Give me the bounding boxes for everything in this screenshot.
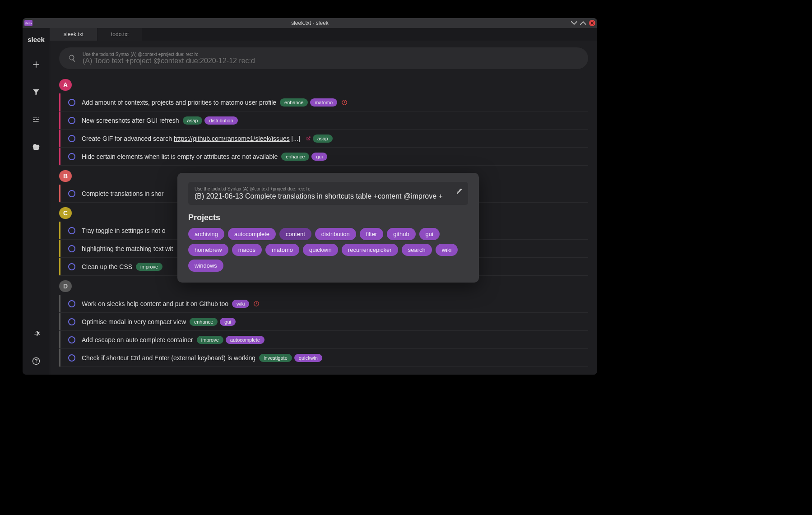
- tag-gui[interactable]: gui: [311, 153, 327, 161]
- tag-improve[interactable]: improve: [197, 336, 223, 344]
- project-chip[interactable]: matomo: [265, 244, 299, 256]
- todo-checkbox[interactable]: [68, 227, 75, 234]
- app-icon: sleek: [24, 20, 32, 26]
- todo-text: Work on sleeks help content and put it o…: [82, 300, 228, 307]
- todo-checkbox[interactable]: [68, 135, 75, 142]
- project-chip[interactable]: macos: [232, 244, 262, 256]
- window-title: sleek.txt - sleek: [23, 20, 597, 26]
- tag-matomo[interactable]: matomo: [310, 98, 337, 107]
- help-button[interactable]: [23, 347, 50, 375]
- open-file-button[interactable]: [23, 133, 50, 161]
- todo-text: Complete translations in shor: [82, 190, 163, 197]
- todo-text: Add escape on auto complete container: [82, 336, 193, 343]
- titlebar: sleek sleek.txt - sleek: [23, 18, 597, 28]
- search-hint: Use the todo.txt Syntax (A) @context +pr…: [83, 52, 579, 57]
- todo-checkbox[interactable]: [68, 318, 75, 325]
- file-tab[interactable]: sleek.txt: [50, 28, 97, 41]
- todo-row[interactable]: Check if shortcut Ctrl and Enter (extern…: [59, 349, 588, 367]
- priority-badge: C: [59, 207, 72, 219]
- todo-checkbox[interactable]: [68, 245, 75, 252]
- tag-improve[interactable]: improve: [136, 263, 162, 271]
- external-link-icon[interactable]: [306, 136, 311, 141]
- todo-checkbox[interactable]: [68, 99, 75, 106]
- project-chip[interactable]: distribution: [315, 228, 356, 240]
- minimize-button[interactable]: [571, 20, 577, 26]
- search-input[interactable]: [83, 57, 579, 65]
- project-chip[interactable]: search: [402, 244, 432, 256]
- file-tabs: sleek.txttodo.txt: [50, 28, 597, 41]
- priority-badge: A: [59, 79, 72, 91]
- todo-checkbox[interactable]: [68, 354, 75, 362]
- todo-row[interactable]: Add amount of contexts, projects and pri…: [59, 93, 588, 111]
- tag-asap[interactable]: asap: [183, 116, 203, 125]
- priority-badge: D: [59, 280, 72, 292]
- settings-gear-button[interactable]: [23, 320, 50, 347]
- tag-quickwin[interactable]: quickwin: [294, 354, 322, 362]
- project-chip[interactable]: archiving: [188, 228, 224, 240]
- todo-row[interactable]: Add escape on auto complete containerimp…: [59, 331, 588, 349]
- file-tab[interactable]: todo.txt: [97, 28, 143, 41]
- modal-input-container: Use the todo.txt Syntax (A) @context +pr…: [188, 182, 468, 205]
- project-chip[interactable]: homebrew: [188, 244, 228, 256]
- todo-link[interactable]: https://github.com/ransome1/sleek/issues: [174, 135, 290, 142]
- todo-text: highlighting the matching text wit: [82, 245, 173, 252]
- modal-heading: Projects: [188, 213, 468, 223]
- window-controls: [571, 20, 595, 26]
- todo-checkbox[interactable]: [68, 153, 75, 160]
- add-todo-button[interactable]: [23, 51, 50, 78]
- collapse-icon[interactable]: [456, 188, 463, 196]
- project-chip[interactable]: github: [387, 228, 415, 240]
- project-chip[interactable]: recurrencepicker: [342, 244, 398, 256]
- filter-button[interactable]: [23, 78, 50, 106]
- maximize-button[interactable]: [580, 20, 586, 26]
- tag-investigate[interactable]: investigate: [259, 354, 292, 362]
- settings-sliders-button[interactable]: [23, 106, 50, 133]
- todo-checkbox[interactable]: [68, 263, 75, 270]
- due-clock-icon: [253, 301, 260, 307]
- project-chip[interactable]: quickwin: [303, 244, 338, 256]
- project-chip[interactable]: windows: [188, 260, 223, 272]
- modal-hint: Use the todo.txt Syntax (A) @context +pr…: [195, 186, 462, 191]
- todo-checkbox[interactable]: [68, 300, 75, 307]
- tag-autocomplete[interactable]: autocomplete: [226, 336, 264, 344]
- tag-enhance[interactable]: enhance: [190, 318, 218, 326]
- todo-text: Create GIF for advanced search https://g…: [82, 135, 300, 142]
- todo-checkbox[interactable]: [68, 190, 75, 197]
- todo-row[interactable]: New screenshots after GUI refreshasapdis…: [59, 111, 588, 130]
- app-window: sleek sleek.txt - sleek sleek sleek.txtt…: [23, 18, 597, 375]
- svg-point-1: [36, 362, 37, 363]
- tag-enhance[interactable]: enhance: [280, 98, 308, 107]
- todo-text: Optimise modal in very compact view: [82, 318, 186, 325]
- modal-todo-input[interactable]: [195, 192, 462, 200]
- search-icon: [68, 54, 76, 62]
- priority-badge: B: [59, 170, 72, 182]
- search-bar[interactable]: Use the todo.txt Syntax (A) @context +pr…: [59, 47, 588, 69]
- sidebar: sleek: [23, 28, 50, 375]
- close-button[interactable]: [589, 20, 595, 26]
- tag-distribution[interactable]: distribution: [204, 116, 237, 125]
- tag-enhance[interactable]: enhance: [281, 153, 309, 161]
- project-chip[interactable]: wiki: [436, 244, 458, 256]
- project-chip[interactable]: filter: [360, 228, 384, 240]
- todo-text: Check if shortcut Ctrl and Enter (extern…: [82, 354, 255, 362]
- todo-row[interactable]: Optimise modal in very compact viewenhan…: [59, 313, 588, 331]
- todo-text: New screenshots after GUI refresh: [82, 117, 179, 124]
- due-clock-icon: [341, 99, 348, 106]
- edit-modal: Use the todo.txt Syntax (A) @context +pr…: [177, 173, 479, 283]
- project-chip[interactable]: content: [279, 228, 311, 240]
- project-chip[interactable]: gui: [419, 228, 440, 240]
- project-chips: archivingautocompletecontentdistribution…: [188, 228, 468, 272]
- todo-text: Hide certain elements when list is empty…: [82, 153, 278, 160]
- tag-gui[interactable]: gui: [220, 318, 236, 326]
- tag-wiki[interactable]: wiki: [232, 300, 249, 308]
- project-chip[interactable]: autocomplete: [228, 228, 276, 240]
- todo-row[interactable]: Hide certain elements when list is empty…: [59, 148, 588, 166]
- todo-checkbox[interactable]: [68, 117, 75, 124]
- todo-text: Add amount of contexts, projects and pri…: [82, 99, 276, 106]
- todo-row[interactable]: Work on sleeks help content and put it o…: [59, 295, 588, 313]
- todo-text: Tray toggle in settings is not o: [82, 227, 165, 234]
- todo-row[interactable]: Create GIF for advanced search https://g…: [59, 130, 588, 148]
- tag-asap[interactable]: asap: [313, 135, 333, 143]
- todo-checkbox[interactable]: [68, 336, 75, 343]
- sidebar-logo: sleek: [23, 28, 50, 51]
